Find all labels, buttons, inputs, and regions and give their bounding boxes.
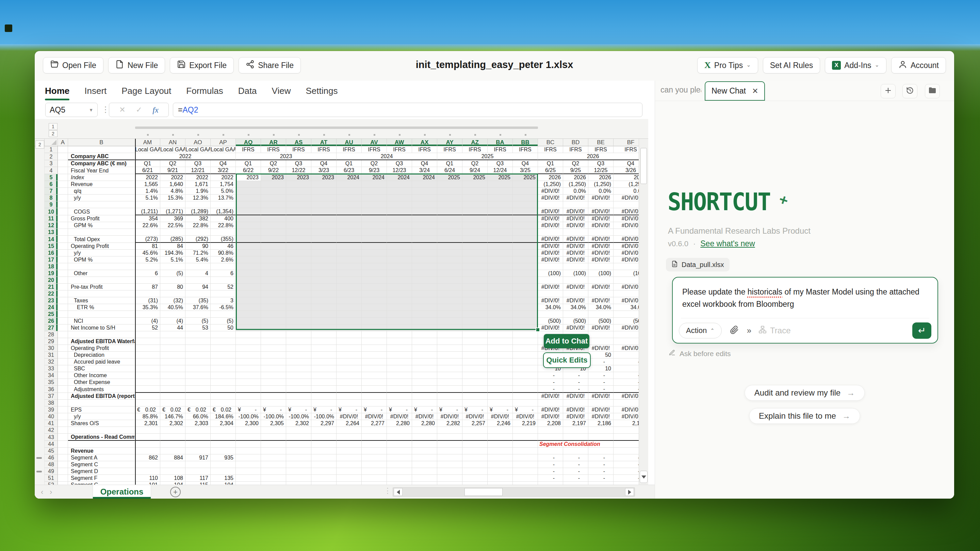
cell-AX8[interactable] bbox=[412, 195, 437, 202]
cell-BD38[interactable] bbox=[563, 400, 588, 407]
cell-AT33[interactable] bbox=[311, 365, 337, 372]
cell-AX9[interactable] bbox=[412, 202, 437, 208]
row-header-27[interactable]: 27 bbox=[45, 324, 58, 331]
cell-AN11[interactable]: 369 bbox=[160, 215, 185, 222]
cell-AP25[interactable] bbox=[211, 311, 236, 318]
vertical-scrollbar[interactable] bbox=[639, 139, 648, 485]
cell-AT16[interactable] bbox=[311, 250, 337, 256]
cell-AR42[interactable] bbox=[261, 427, 286, 433]
cell-AQ48[interactable] bbox=[236, 461, 261, 468]
cell-AO15[interactable]: 90 bbox=[185, 243, 211, 250]
cell-AZ11[interactable] bbox=[463, 215, 488, 222]
cell-AM44[interactable] bbox=[135, 441, 160, 448]
cell-AQ5[interactable]: 2023 bbox=[236, 174, 261, 181]
cell-BA36[interactable] bbox=[488, 386, 513, 393]
cell-BB33[interactable] bbox=[513, 365, 538, 372]
cell-AT4[interactable]: 3/23 bbox=[311, 167, 337, 174]
cell-AV35[interactable] bbox=[362, 379, 387, 386]
cell-A28[interactable] bbox=[58, 331, 68, 338]
cell-AX13[interactable] bbox=[412, 229, 437, 236]
row-header-6[interactable]: 6 bbox=[45, 181, 58, 188]
cell-BA9[interactable] bbox=[488, 202, 513, 208]
cell-AU3[interactable]: Q1 bbox=[337, 160, 362, 167]
cell-AS25[interactable] bbox=[286, 311, 311, 318]
cell-AR17[interactable] bbox=[261, 256, 286, 263]
cell-BB8[interactable] bbox=[513, 195, 538, 202]
cell-AX26[interactable] bbox=[412, 318, 437, 324]
cell-AT32[interactable] bbox=[311, 359, 337, 365]
cell-AT25[interactable] bbox=[311, 311, 337, 318]
cell-AX18[interactable] bbox=[412, 263, 437, 270]
cell-A4[interactable] bbox=[58, 167, 68, 174]
column-group-dot[interactable] bbox=[273, 134, 275, 136]
cell-AR44[interactable] bbox=[261, 441, 286, 448]
cell-AR51[interactable] bbox=[261, 475, 286, 482]
cell-AS49[interactable] bbox=[286, 468, 311, 475]
scroll-right-button[interactable] bbox=[625, 488, 634, 496]
cell-BB16[interactable] bbox=[513, 250, 538, 256]
cell-BA6[interactable] bbox=[488, 181, 513, 188]
cell-AP32[interactable] bbox=[211, 359, 236, 365]
cell-BC41[interactable]: 2,208 bbox=[538, 420, 563, 427]
cell-AT7[interactable] bbox=[311, 188, 337, 195]
cell-AU30[interactable] bbox=[337, 345, 362, 352]
cell-AZ26[interactable] bbox=[463, 318, 488, 324]
cell-BA51[interactable] bbox=[488, 475, 513, 482]
chat-history-button[interactable] bbox=[902, 84, 917, 98]
cell-B52[interactable]: Segment G bbox=[68, 482, 135, 485]
cell-A40[interactable] bbox=[58, 413, 68, 420]
open-file-button[interactable]: Open File bbox=[43, 57, 103, 73]
cell-AX48[interactable] bbox=[412, 461, 437, 468]
row-header-15[interactable]: 15 bbox=[45, 243, 58, 250]
cell-BC27[interactable]: #DIV/0! bbox=[538, 324, 563, 331]
cell-AZ28[interactable] bbox=[463, 331, 488, 338]
cell-AT41[interactable]: 2,297 bbox=[311, 420, 337, 427]
cell-BD51[interactable]: - bbox=[563, 475, 588, 482]
col-header-AO[interactable]: AO bbox=[185, 139, 211, 146]
cell-AX22[interactable] bbox=[412, 291, 437, 297]
cell-AN24[interactable]: 40.5% bbox=[160, 304, 185, 311]
cell-BC8[interactable]: #DIV/0! bbox=[538, 195, 563, 202]
cell-AO23[interactable]: (35) bbox=[185, 297, 211, 304]
trace-toggle[interactable]: Trace bbox=[759, 326, 791, 336]
cell-B29[interactable]: Adjusted EBITDA Waterfall bbox=[68, 338, 135, 345]
cell-AU41[interactable]: 2,264 bbox=[337, 420, 362, 427]
cell-A30[interactable] bbox=[58, 345, 68, 352]
cell-AT13[interactable] bbox=[311, 229, 337, 236]
cell-AN3[interactable]: Q2 bbox=[160, 160, 185, 167]
cell-AT28[interactable] bbox=[311, 331, 337, 338]
cell-AX6[interactable] bbox=[412, 181, 437, 188]
cell-BA3[interactable]: Q3 bbox=[488, 160, 513, 167]
cell-AX12[interactable] bbox=[412, 222, 437, 229]
cell-AY4[interactable]: 6/24 bbox=[437, 167, 463, 174]
cell-BE38[interactable] bbox=[588, 400, 614, 407]
row-header-48[interactable]: 48 bbox=[45, 461, 58, 468]
whats-new-link[interactable]: See what's new bbox=[700, 239, 755, 248]
cell-AO1[interactable]: Local GAAP bbox=[185, 146, 211, 153]
cell-AS42[interactable] bbox=[286, 427, 311, 433]
row-header-40[interactable]: 40 bbox=[45, 413, 58, 420]
cell-BB13[interactable] bbox=[513, 229, 538, 236]
cell-BE31[interactable]: 50 bbox=[588, 352, 614, 359]
cell-BE12[interactable]: #DIV/0! bbox=[588, 222, 614, 229]
cell-AQ1[interactable]: IFRS bbox=[236, 146, 261, 153]
cell-AT45[interactable] bbox=[311, 448, 337, 454]
cell-BD23[interactable]: #DIV/0! bbox=[563, 297, 588, 304]
cell-AP42[interactable] bbox=[211, 427, 236, 433]
cell-AX7[interactable] bbox=[412, 188, 437, 195]
cell-AN41[interactable]: 2,302 bbox=[160, 420, 185, 427]
cell-BB20[interactable] bbox=[513, 277, 538, 284]
cell-BB30[interactable] bbox=[513, 345, 538, 352]
col-header-AU[interactable]: AU bbox=[337, 139, 362, 146]
row-header-38[interactable]: 38 bbox=[45, 400, 58, 407]
cell-AR37[interactable] bbox=[261, 393, 286, 400]
cell-AU19[interactable] bbox=[337, 270, 362, 277]
cell-AT24[interactable] bbox=[311, 304, 337, 311]
cell-AR16[interactable] bbox=[261, 250, 286, 256]
row-header-49[interactable]: 49 bbox=[45, 468, 58, 475]
cell-AS3[interactable]: Q3 bbox=[286, 160, 311, 167]
cell-AW11[interactable] bbox=[387, 215, 412, 222]
cell-AN27[interactable]: 44 bbox=[160, 324, 185, 331]
row-header-24[interactable]: 24 bbox=[45, 304, 58, 311]
cell-AQ46[interactable] bbox=[236, 454, 261, 461]
